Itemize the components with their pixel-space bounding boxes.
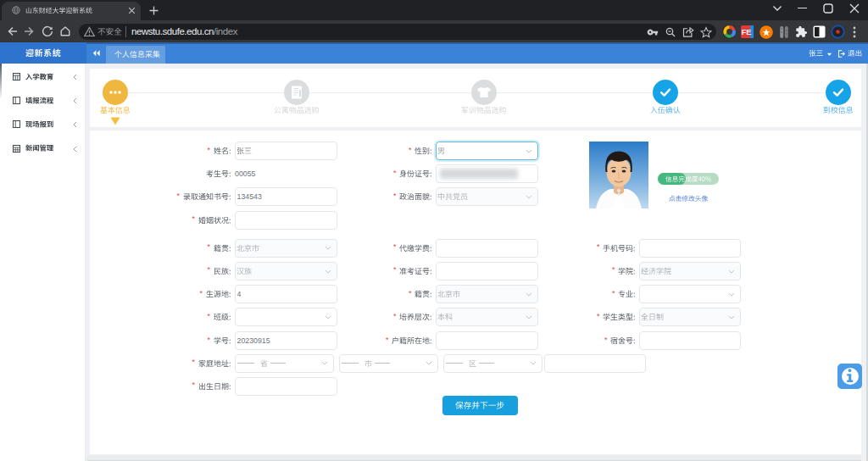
svg-text:FE: FE	[742, 28, 752, 36]
